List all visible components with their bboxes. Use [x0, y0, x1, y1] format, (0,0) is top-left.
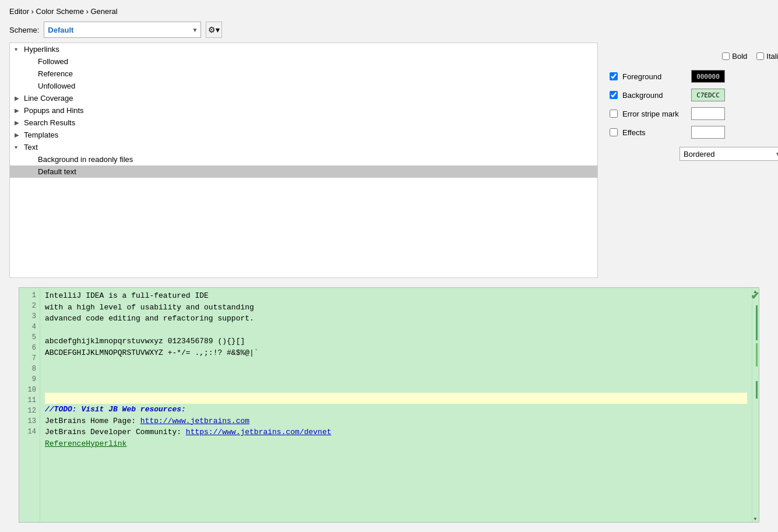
tree-item-reference[interactable]: Reference: [10, 68, 597, 80]
tree-panel: ▾ Hyperlinks Followed Reference Unfollow…: [9, 43, 598, 278]
expand-arrow-hyperlinks: ▾: [15, 46, 24, 52]
error-stripe-color-box[interactable]: [691, 107, 725, 120]
foreground-checkbox[interactable]: [610, 72, 618, 80]
tree-item-bg-readonly[interactable]: Background in readonly files: [10, 153, 597, 165]
code-line-13: JetBrains Developer Community: https://w…: [45, 427, 747, 438]
foreground-color-box[interactable]: 000000: [691, 70, 725, 83]
expand-arrow-popups: ▶: [15, 107, 24, 114]
effects-color-box[interactable]: [691, 126, 725, 139]
link-jetbrains-devnet[interactable]: https://www.jetbrains.com/devnet: [186, 428, 332, 436]
scheme-label: Scheme:: [9, 26, 39, 34]
tree-item-unfollowed[interactable]: Unfollowed: [10, 80, 597, 92]
effects-select[interactable]: Bordered Underscored Bold underscored Un…: [680, 147, 778, 161]
code-line-4: [45, 325, 747, 336]
expand-arrow-text: ▾: [15, 144, 24, 150]
code-line-1: IntelliJ IDEA is a full-featured IDE: [45, 290, 747, 302]
code-line-14: ReferenceHyperlink: [45, 438, 747, 450]
effects-dropdown-row: Bordered Underscored Bold underscored Un…: [610, 147, 778, 161]
tree-item-line-coverage[interactable]: ▶ Line Coverage: [10, 92, 597, 104]
tree-item-default-text[interactable]: Default text: [10, 165, 597, 178]
gear-button[interactable]: ⚙▾: [206, 22, 222, 38]
tree-item-templates[interactable]: ▶ Templates: [10, 129, 597, 141]
scroll-indicator-3: [756, 381, 758, 399]
code-line-2: with a high level of usability and outst…: [45, 302, 747, 313]
scroll-indicator-2: [756, 343, 758, 367]
error-stripe-checkbox[interactable]: [610, 110, 618, 118]
todo-comment: //TODO: Visit JB Web resources:: [45, 405, 186, 414]
code-line-5: abcdefghijklmnopqrstuvwxyz 0123456789 ()…: [45, 336, 747, 347]
error-stripe-label: Error stripe mark: [622, 110, 687, 118]
italic-label[interactable]: Italic: [756, 52, 778, 61]
effects-select-wrapper[interactable]: Bordered Underscored Bold underscored Un…: [610, 147, 778, 161]
effects-row: Effects: [610, 126, 778, 139]
header: Editor › Color Scheme › General Scheme: …: [0, 0, 778, 43]
scheme-select[interactable]: Default Darcula High contrast Monokai: [44, 22, 201, 38]
code-line-3: advanced code editing and refactoring su…: [45, 313, 747, 325]
code-line-9: [45, 381, 747, 393]
effects-checkbox[interactable]: [610, 128, 618, 136]
error-stripe-row: Error stripe mark: [610, 107, 778, 120]
italic-checkbox[interactable]: [756, 52, 764, 60]
effects-label: Effects: [622, 128, 687, 137]
tree-item-search-results[interactable]: ▶ Search Results: [10, 117, 597, 129]
bold-italic-row: Bold Italic: [610, 52, 778, 61]
code-line-6: ABCDEFGHIJKLMNOPQRSTUVWXYZ +-*/= .,;:!? …: [45, 347, 747, 359]
background-checkbox[interactable]: [610, 91, 618, 99]
code-line-8: [45, 370, 747, 382]
code-line-10: [45, 393, 747, 404]
preview-area: 1 2 3 4 5 6 7 8 9 10 11 12 13 14 Intelli…: [19, 287, 759, 523]
link-jetbrains-home[interactable]: http://www.jetbrains.com: [140, 417, 249, 425]
tree-item-followed[interactable]: Followed: [10, 55, 597, 68]
props-panel: Bold Italic Foreground 000000 Background: [598, 43, 778, 278]
line-numbers: 1 2 3 4 5 6 7 8 9 10 11 12 13 14: [19, 288, 40, 522]
expand-arrow-templates: ▶: [15, 132, 24, 138]
background-row: Background C7EDCC: [610, 89, 778, 101]
code-line-12: JetBrains Home Page: http://www.jetbrain…: [45, 415, 747, 427]
bold-checkbox[interactable]: [722, 52, 730, 60]
main-content: ▾ Hyperlinks Followed Reference Unfollow…: [0, 43, 778, 287]
scheme-select-wrapper[interactable]: Default Darcula High contrast Monokai ▼: [44, 22, 201, 38]
check-mark-icon: ✔: [751, 290, 759, 302]
background-label: Background: [622, 91, 687, 100]
foreground-label: Foreground: [622, 72, 687, 81]
code-line-7: [45, 358, 747, 370]
scroll-down-btn[interactable]: ▼: [752, 515, 759, 522]
tree-item-popups-hints[interactable]: ▶ Popups and Hints: [10, 104, 597, 117]
scroll-indicator: [756, 305, 758, 340]
foreground-row: Foreground 000000: [610, 70, 778, 83]
code-line-11: //TODO: Visit JB Web resources:: [45, 404, 747, 415]
bold-label[interactable]: Bold: [722, 52, 747, 61]
expand-arrow-line-coverage: ▶: [15, 95, 24, 101]
expand-arrow-search: ▶: [15, 119, 24, 126]
breadcrumb: Editor › Color Scheme › General: [9, 7, 769, 16]
ref-hyperlink[interactable]: ReferenceHyperlink: [45, 439, 126, 448]
tree-item-hyperlinks[interactable]: ▾ Hyperlinks: [10, 43, 597, 55]
scrollbar-area[interactable]: ▲ ▼: [752, 288, 759, 522]
tree-item-text[interactable]: ▾ Text: [10, 141, 597, 153]
code-content: IntelliJ IDEA is a full-featured IDE wit…: [40, 288, 752, 522]
background-color-box[interactable]: C7EDCC: [691, 89, 725, 101]
